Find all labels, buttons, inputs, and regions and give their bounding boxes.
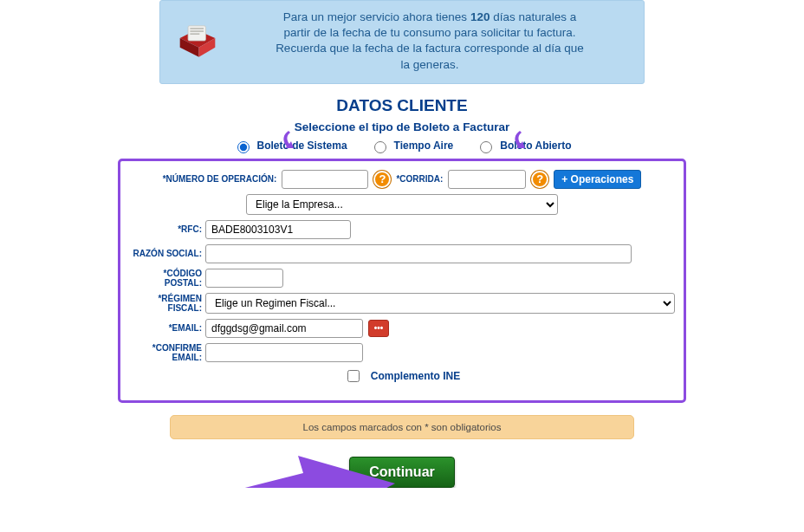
input-confirm-email[interactable]	[205, 343, 363, 362]
label-rfc: *RFC:	[129, 224, 205, 234]
label-confirm-email: *CONFIRME EMAIL:	[129, 343, 205, 362]
help-icon[interactable]: ?	[531, 171, 548, 188]
checkbox-complemento-ine[interactable]	[347, 370, 360, 382]
info-banner: Para un mejor servicio ahora tienes 120 …	[159, 0, 645, 84]
subtitle: Seleccione el tipo de Boleto a Facturar	[0, 120, 804, 133]
label-corrida: *CORRIDA:	[396, 174, 443, 184]
label-complemento-ine: Complemento INE	[371, 370, 460, 382]
svg-rect-2	[190, 31, 204, 33]
radio-input-tiempo-aire[interactable]	[374, 141, 386, 153]
input-numero-operacion[interactable]	[282, 170, 368, 189]
label-email: *EMAIL:	[129, 323, 205, 333]
form-panel: *NÚMERO DE OPERACIÓN: ? *CORRIDA: ? + Op…	[118, 159, 686, 403]
button-continuar[interactable]: Continuar	[349, 457, 455, 488]
folder-newspaper-icon	[176, 19, 219, 62]
svg-rect-1	[190, 29, 204, 30]
select-empresa[interactable]: Elige la Empresa...	[246, 194, 558, 215]
label-codigo-postal: *CÓDIGO POSTAL:	[129, 269, 205, 288]
input-corrida[interactable]	[448, 170, 526, 189]
input-codigo-postal[interactable]	[205, 269, 283, 288]
radio-boleto-abierto[interactable]: Boleto Abierto	[476, 139, 571, 153]
radio-input-abierto[interactable]	[480, 141, 492, 153]
input-razon-social[interactable]	[205, 244, 632, 263]
radio-tiempo-aire[interactable]: Tiempo Aire	[370, 139, 454, 153]
help-icon[interactable]: ?	[373, 171, 391, 188]
select-regimen-fiscal[interactable]: Elige un Regimen Fiscal...	[205, 293, 675, 314]
button-operaciones[interactable]: + Operaciones	[554, 170, 641, 189]
label-numero-operacion: *NÚMERO DE OPERACIÓN:	[163, 174, 277, 184]
page-title: DATOS CLIENTE	[0, 96, 804, 115]
banner-text: Para un mejor servicio ahora tienes 120 …	[231, 10, 628, 73]
browser-extension-icon[interactable]: •••	[368, 320, 389, 337]
ticket-type-radio-group: Boleto de Sistema Tiempo Aire Boleto Abi…	[0, 139, 804, 153]
required-fields-note: Los campos marcados con * son obligatori…	[170, 415, 634, 439]
radio-boleto-sistema[interactable]: Boleto de Sistema	[233, 139, 347, 153]
svg-rect-3	[190, 34, 199, 36]
label-razon-social: RAZÓN SOCIAL:	[129, 249, 205, 258]
radio-input-sistema[interactable]	[237, 141, 250, 153]
input-email[interactable]	[205, 319, 363, 338]
input-rfc[interactable]	[205, 220, 351, 239]
label-regimen-fiscal: *RÉGIMEN FISCAL:	[129, 294, 205, 313]
